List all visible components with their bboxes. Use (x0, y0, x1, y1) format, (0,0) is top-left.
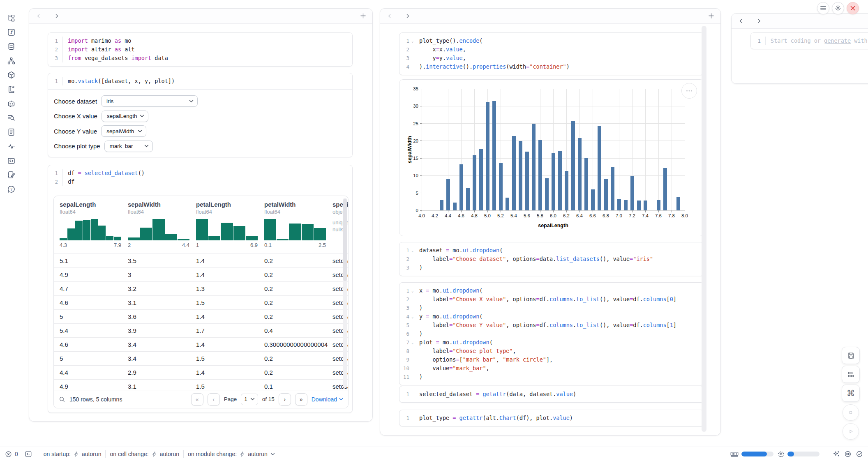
code-text[interactable]: dataset = mo.ui.dropdown( (414, 246, 503, 255)
last-page-button[interactable]: » (295, 393, 307, 406)
sidebar-file-tree-icon[interactable] (5, 12, 17, 24)
fold-chevron-icon[interactable]: ⌄ (411, 313, 413, 321)
connection-status-button[interactable] (856, 450, 863, 458)
code-text[interactable]: plot_type().encode( (414, 37, 482, 45)
code-text[interactable]: label="Choose X value", options=df.colum… (414, 295, 676, 304)
table-column-header[interactable]: sepalWidthfloat6424.4 (128, 201, 196, 248)
code-text[interactable]: label="Choose plot type", (414, 347, 516, 355)
add-cell-icon[interactable] (708, 12, 715, 19)
fold-chevron-icon[interactable]: ⌄ (411, 247, 413, 255)
gear-icon[interactable] (832, 2, 844, 14)
chevron-left-icon[interactable] (387, 13, 392, 19)
dropdown-select-sepalWidth[interactable]: sepalWidth (101, 125, 146, 137)
copilot-button[interactable] (844, 450, 852, 458)
fold-chevron-icon[interactable]: ⌄ (411, 339, 413, 347)
line-number: 3 (399, 263, 414, 272)
ai-assistant-button[interactable] (833, 450, 840, 458)
altair-bar-chart[interactable]: 4.04.24.44.64.85.05.25.45.65.86.06.26.46… (407, 83, 690, 231)
code-text[interactable]: import altair as alt (63, 45, 135, 54)
table-column-header[interactable]: petalWidthfloat640.12.5 (264, 201, 332, 248)
on-cell-change-setting[interactable]: on cell change: autorun (110, 451, 179, 457)
code-text[interactable]: ) (414, 263, 422, 272)
close-icon[interactable] (847, 2, 859, 14)
sidebar-function-icon[interactable]: f (5, 27, 17, 38)
chevron-right-icon[interactable] (405, 13, 411, 19)
table-column-header[interactable]: petalLengthfloat6416.9 (196, 201, 264, 248)
sidebar-chat-bot-icon[interactable] (5, 98, 17, 109)
fold-chevron-icon[interactable]: ⌄ (411, 287, 413, 295)
code-cell-df[interactable]: 1df = selected_dataset()2df sepalLengthf… (48, 165, 353, 413)
code-text[interactable]: df = selected_dataset() (63, 169, 145, 177)
code-cell-dataset-dropdown[interactable]: 1⌄dataset = mo.ui.dropdown(2 label="Choo… (399, 242, 704, 276)
code-line: 1Start coding or generate with (751, 37, 868, 45)
code-text[interactable]: selected_dataset = getattr(data, dataset… (414, 390, 576, 399)
on-startup-setting[interactable]: on startup: autorun (44, 451, 102, 457)
middle-panel-scrollbar[interactable] (702, 26, 706, 432)
code-cell-xy-plot-dropdowns[interactable]: 1⌄x = mo.ui.dropdown(2 label="Choose X v… (399, 282, 704, 385)
code-text[interactable]: ) (414, 373, 422, 381)
sidebar-scratchpad-icon[interactable] (5, 169, 17, 181)
code-text[interactable]: plot_type = getattr(alt.Chart(df), plot.… (414, 414, 573, 422)
code-cell-vstack[interactable]: 1mo.vstack([dataset, x, y, plot]) Choose… (48, 73, 353, 157)
code-cell-plot-type[interactable]: 1plot_type = getattr(alt.Chart(df), plot… (399, 410, 704, 426)
run-button[interactable] (843, 423, 859, 440)
layout-button[interactable] (842, 366, 860, 383)
add-cell-icon[interactable] (360, 12, 367, 19)
sidebar-document-icon[interactable] (5, 127, 17, 138)
search-icon[interactable] (59, 396, 65, 403)
column-name: sepalLength (60, 201, 128, 208)
menu-icon[interactable] (817, 2, 829, 14)
code-cell-encode[interactable]: 1⌄plot_type().encode(2 x=x.value,3 y=y.v… (399, 32, 704, 75)
code-text[interactable]: import marimo as mo (63, 37, 131, 45)
first-page-button[interactable]: « (191, 393, 203, 406)
chevron-right-icon[interactable] (756, 18, 762, 24)
terminal-button[interactable] (25, 450, 32, 458)
dropdown-select-mark_bar[interactable]: mark_bar (104, 141, 153, 152)
code-text[interactable]: Start coding or generate with (766, 37, 868, 45)
code-text[interactable]: ) (414, 304, 422, 312)
chevron-left-icon[interactable] (36, 13, 42, 19)
next-page-button[interactable]: › (279, 393, 291, 406)
dropdown-select-iris[interactable]: iris (101, 95, 198, 107)
sidebar-snippets-icon[interactable] (5, 155, 17, 166)
download-button[interactable]: Download (312, 396, 343, 403)
empty-code-cell[interactable]: 1Start coding or generate with (750, 32, 868, 49)
on-module-change-setting[interactable]: on module change: autorun (188, 451, 275, 457)
fold-chevron-icon[interactable]: ⌄ (411, 37, 413, 46)
stop-button[interactable] (843, 404, 859, 421)
code-text[interactable]: label="Choose dataset", options=data.lis… (414, 255, 653, 263)
prev-page-button[interactable]: ‹ (208, 393, 220, 406)
code-text[interactable]: options=["mark_bar", "mark_circle"], (414, 355, 553, 364)
code-text[interactable]: x=x.value, (414, 45, 466, 54)
code-text[interactable]: label="Choose Y value", options=df.colum… (414, 321, 676, 330)
code-text[interactable]: value="mark_bar", (414, 364, 489, 373)
keyboard-shortcuts-button[interactable]: ⌘ (842, 385, 860, 402)
code-text[interactable]: df (63, 177, 74, 186)
chevron-right-icon[interactable] (54, 13, 60, 19)
code-text[interactable]: y = mo.ui.dropdown( (414, 312, 483, 321)
code-cell-selected-dataset[interactable]: 1selected_dataset = getattr(data, datase… (399, 386, 704, 403)
code-text[interactable]: ).interactive().properties(width="contai… (414, 62, 570, 71)
table-column-header[interactable]: sepalLengthfloat644.37.9 (60, 201, 128, 248)
error-count-button[interactable]: 0 (5, 451, 18, 458)
code-text[interactable]: x = mo.ui.dropdown( (414, 286, 483, 295)
code-text[interactable]: plot = mo.ui.dropdown( (414, 338, 493, 347)
sidebar-database-icon[interactable] (5, 41, 17, 52)
sidebar-scroll-icon[interactable] (5, 84, 17, 95)
code-text[interactable]: ) (414, 330, 422, 338)
page-select[interactable]: 1 (241, 394, 258, 405)
chart-actions-menu-icon[interactable] (681, 83, 697, 99)
sidebar-help-icon[interactable]: ? (5, 183, 17, 195)
sidebar-log-search-icon[interactable] (5, 112, 17, 124)
sidebar-hierarchy-icon[interactable] (5, 55, 17, 67)
sidebar-activity-icon[interactable] (5, 141, 17, 152)
table-scrollbar[interactable] (343, 198, 347, 388)
sidebar-package-icon[interactable] (5, 69, 17, 81)
chevron-left-icon[interactable] (738, 18, 744, 24)
code-text[interactable]: from vega_datasets import data (63, 54, 168, 62)
save-button[interactable] (842, 347, 860, 364)
dropdown-select-sepalLength[interactable]: sepalLength (102, 111, 148, 122)
code-text[interactable]: y=y.value, (414, 54, 466, 62)
code-text[interactable]: mo.vstack([dataset, x, y, plot]) (63, 77, 175, 85)
code-cell-imports[interactable]: 1import marimo as mo2import altair as al… (48, 32, 353, 67)
